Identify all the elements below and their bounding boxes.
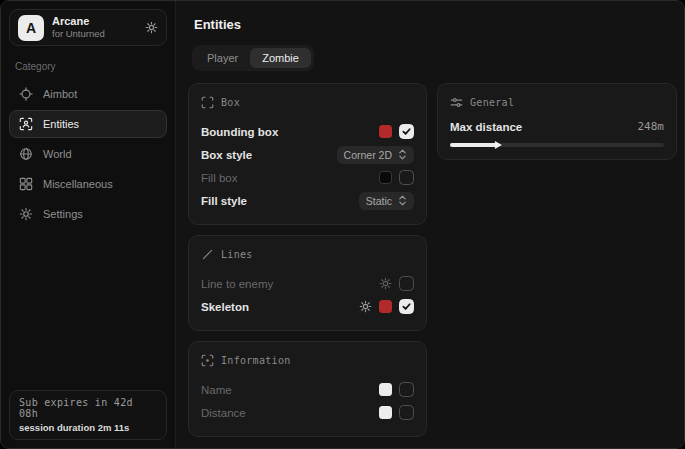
card-title: Box — [221, 97, 240, 108]
card-title: General — [470, 97, 514, 108]
check-icon — [402, 127, 411, 136]
card-title: Information — [221, 355, 291, 366]
max-distance-slider-handle[interactable] — [495, 141, 502, 149]
session-duration-text: session duration 2m 11s — [19, 422, 157, 433]
setting-row-fill-box: Fill box — [201, 166, 414, 189]
general-card: General Max distance 248m — [437, 83, 677, 160]
sidebar-item-entities[interactable]: Entities — [9, 110, 167, 138]
app-window: A Arcane for Unturned Category Aimbot — [0, 0, 685, 449]
crosshair-icon — [19, 87, 33, 101]
distance-checkbox[interactable] — [399, 405, 414, 420]
line-to-enemy-checkbox[interactable] — [399, 276, 414, 291]
max-distance-slider[interactable] — [450, 143, 664, 147]
fill-style-dropdown[interactable]: Static — [359, 192, 414, 210]
chevron-updown-icon — [398, 195, 407, 206]
category-label: Category — [15, 61, 161, 72]
max-distance-slider-fill — [450, 143, 497, 147]
line-icon — [201, 248, 214, 261]
sidebar-item-label: Miscellaneous — [43, 178, 113, 190]
color-swatch[interactable] — [379, 125, 392, 138]
box-card: Box Bounding box Box style — [188, 83, 427, 225]
information-card: Information Name Distance — [188, 341, 427, 437]
sidebar-item-label: Settings — [43, 208, 83, 220]
max-distance-value: 248m — [638, 120, 665, 133]
app-title: Arcane — [52, 15, 105, 28]
sliders-icon — [450, 96, 463, 109]
page-title: Entities — [194, 17, 672, 32]
lines-card: Lines Line to enemy Skeleton — [188, 235, 427, 331]
gear-icon — [19, 207, 33, 221]
sidebar-item-label: Entities — [43, 118, 79, 130]
setting-row-line-to-enemy: Line to enemy — [201, 272, 414, 295]
bounding-box-checkbox[interactable] — [399, 124, 414, 139]
card-title: Lines — [221, 249, 253, 260]
setting-row-bounding-box: Bounding box — [201, 120, 414, 143]
gear-icon[interactable] — [379, 277, 392, 290]
color-swatch[interactable] — [379, 383, 392, 396]
setting-row-max-distance: Max distance 248m — [450, 120, 664, 133]
name-checkbox[interactable] — [399, 382, 414, 397]
sidebar-item-label: Aimbot — [43, 88, 77, 100]
scan-person-icon — [19, 117, 33, 131]
info-scan-icon — [201, 354, 214, 367]
sidebar-item-world[interactable]: World — [9, 140, 167, 168]
tab-zombie[interactable]: Zombie — [250, 48, 311, 68]
sidebar-nav: Aimbot Entities World Miscellaneous — [9, 80, 167, 228]
color-swatch[interactable] — [379, 300, 392, 313]
sub-expiry-text: Sub expires in 42d 08h — [19, 397, 157, 419]
setting-row-name: Name — [201, 378, 414, 401]
color-swatch[interactable] — [379, 171, 392, 184]
app-header-card: A Arcane for Unturned — [9, 9, 167, 46]
chevron-updown-icon — [398, 149, 407, 160]
box-brackets-icon — [201, 96, 214, 109]
check-icon — [402, 302, 411, 311]
sidebar-item-settings[interactable]: Settings — [9, 200, 167, 228]
fill-box-checkbox[interactable] — [399, 170, 414, 185]
globe-icon — [19, 147, 33, 161]
main-panel: Entities Player Zombie Box Bounding box — [176, 1, 684, 448]
sidebar-item-aimbot[interactable]: Aimbot — [9, 80, 167, 108]
box-style-dropdown[interactable]: Corner 2D — [337, 146, 414, 164]
subscription-info-card: Sub expires in 42d 08h session duration … — [9, 390, 167, 440]
setting-row-distance: Distance — [201, 401, 414, 424]
app-logo: A — [18, 15, 44, 41]
app-subtitle: for Unturned — [52, 28, 105, 39]
gear-icon[interactable] — [359, 300, 372, 313]
setting-row-fill-style: Fill style Static — [201, 189, 414, 212]
grid-icon — [19, 177, 33, 191]
sidebar: A Arcane for Unturned Category Aimbot — [1, 1, 176, 448]
setting-row-box-style: Box style Corner 2D — [201, 143, 414, 166]
gear-icon[interactable] — [145, 21, 158, 34]
color-swatch[interactable] — [379, 406, 392, 419]
setting-row-skeleton: Skeleton — [201, 295, 414, 318]
entity-type-tabs: Player Zombie — [192, 45, 314, 71]
tab-player[interactable]: Player — [195, 48, 250, 68]
sidebar-item-miscellaneous[interactable]: Miscellaneous — [9, 170, 167, 198]
sidebar-item-label: World — [43, 148, 72, 160]
skeleton-checkbox[interactable] — [399, 299, 414, 314]
